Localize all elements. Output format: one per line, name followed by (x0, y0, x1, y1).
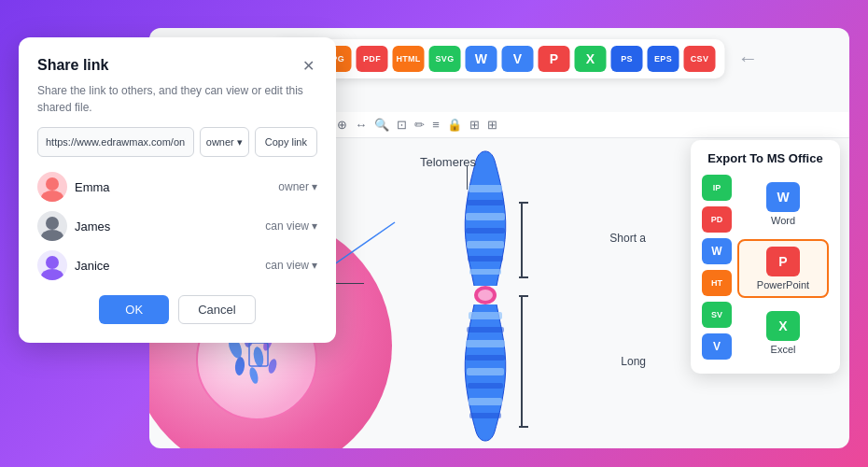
svg-point-2 (46, 217, 59, 230)
svg-point-5 (41, 269, 63, 280)
connection-icon[interactable]: ⊕ (337, 118, 347, 132)
v-icon[interactable]: V (702, 333, 732, 360)
svg-rect-16 (466, 213, 505, 220)
svg-rect-30 (469, 413, 501, 418)
w-icon[interactable]: W (702, 238, 732, 264)
export-right-items: W Word P PowerPoint X Excel (737, 175, 829, 362)
word-export-item[interactable]: W Word (737, 175, 829, 234)
excel-label: Excel (771, 344, 796, 355)
close-button[interactable]: ✕ (299, 56, 317, 75)
pen-icon[interactable]: ✏ (414, 118, 425, 132)
chevron-down-icon: ▾ (312, 180, 317, 193)
more-icon[interactable]: ⊞ (487, 118, 497, 132)
ht-icon[interactable]: HT (702, 270, 732, 296)
chromosome-diagram (392, 148, 579, 448)
long-arm-bracket (521, 295, 523, 426)
user-row: James can view ▾ (37, 211, 317, 241)
short-arm-label: Short a (609, 232, 646, 245)
svg-rect-18 (467, 241, 504, 248)
share-link-dialog: Share link ✕ Share the link to others, a… (19, 37, 336, 343)
dialog-header: Share link ✕ (37, 56, 317, 75)
arrow-indicator: ← (738, 47, 759, 71)
visio-button[interactable]: V (502, 46, 534, 72)
user-list: Emma owner ▾ James can view ▾ (37, 172, 317, 280)
sv-icon[interactable]: SV (702, 302, 732, 328)
svg-point-22 (478, 290, 493, 301)
frame-icon[interactable]: ⊞ (469, 118, 480, 132)
svg-point-3 (41, 230, 63, 241)
word-button[interactable]: W (466, 46, 497, 72)
dialog-title: Share link (37, 57, 108, 74)
svg-rect-26 (466, 355, 505, 361)
avatar (37, 250, 67, 280)
permission-select[interactable]: owner ▾ (200, 127, 249, 157)
csv-button[interactable]: CSV (684, 46, 716, 72)
excel-button[interactable]: X (575, 46, 607, 72)
arrow-icon[interactable]: ↔ (355, 118, 367, 132)
svg-rect-17 (466, 228, 505, 234)
export-panel: Export To MS Office IP PD W HT SV V W Wo… (691, 140, 840, 374)
user-name: James (75, 219, 110, 234)
pdf-button[interactable]: PDF (357, 46, 388, 72)
long-arm-bracket-top (519, 295, 528, 297)
short-arm-bracket-top (519, 202, 528, 204)
svg-point-1 (41, 191, 63, 202)
eps-button[interactable]: EPS (648, 46, 679, 72)
svg-rect-27 (467, 368, 504, 375)
dialog-actions: OK Cancel (37, 295, 317, 324)
user-role-select[interactable]: owner ▾ (278, 180, 317, 193)
format-toolbar: TIFF JPG PDF HTML SVG W V P X PS EPS CSV… (274, 39, 725, 78)
powerpoint-button[interactable]: P (539, 46, 570, 72)
user-info: Emma (37, 172, 110, 202)
chevron-down-icon: ▾ (312, 219, 317, 233)
user-name: Emma (75, 180, 110, 194)
link-input[interactable] (37, 127, 194, 157)
short-arm-bracket (521, 202, 523, 276)
permission-label: owner (206, 136, 234, 148)
dialog-description: Share the link to others, and they can v… (37, 82, 317, 116)
ip-icon[interactable]: IP (702, 175, 732, 201)
avatar (37, 172, 67, 202)
svg-rect-29 (469, 398, 502, 405)
svg-rect-28 (468, 383, 503, 389)
svg-rect-14 (469, 185, 502, 192)
svg-rect-19 (468, 256, 503, 262)
link-row: owner ▾ Copy link (37, 127, 317, 157)
user-row: Emma owner ▾ (37, 172, 317, 202)
svg-point-8 (252, 346, 265, 367)
user-role-select[interactable]: can view ▾ (265, 219, 317, 233)
export-panel-title: Export To MS Office (702, 151, 829, 165)
svg-rect-24 (467, 327, 504, 333)
export-left-icons: IP PD W HT SV V (702, 175, 732, 362)
long-arm-bracket-bottom (519, 426, 528, 428)
crop-icon[interactable]: ⊡ (397, 118, 407, 132)
html-button[interactable]: HTML (393, 46, 425, 72)
svg-rect-25 (466, 340, 505, 347)
powerpoint-export-item[interactable]: P PowerPoint (737, 239, 829, 298)
cancel-button[interactable]: Cancel (178, 295, 255, 324)
avatar (37, 211, 67, 241)
pd-icon[interactable]: PD (702, 206, 732, 233)
long-arm-label: Long (621, 355, 646, 368)
ps-button[interactable]: PS (611, 46, 643, 72)
short-arm-bracket-bottom (519, 276, 528, 278)
copy-link-button[interactable]: Copy link (255, 127, 317, 157)
svg-button[interactable]: SVG (429, 46, 461, 72)
word-label: Word (771, 215, 795, 226)
svg-point-12 (267, 358, 278, 375)
excel-export-item[interactable]: X Excel (737, 304, 829, 362)
user-info: Janice (37, 250, 110, 280)
chevron-down-icon: ▾ (237, 136, 243, 149)
user-role-select[interactable]: can view ▾ (265, 259, 317, 272)
svg-point-4 (46, 256, 59, 269)
svg-point-11 (248, 366, 259, 384)
ok-button[interactable]: OK (99, 295, 169, 324)
telomeres-line (467, 166, 468, 190)
zoom-icon[interactable]: 🔍 (374, 118, 389, 132)
user-name: Janice (75, 259, 110, 273)
svg-point-0 (46, 177, 59, 191)
word-icon: W (766, 182, 800, 212)
align-icon[interactable]: ≡ (432, 118, 440, 132)
lock-icon[interactable]: 🔒 (447, 118, 462, 132)
svg-rect-15 (467, 200, 504, 205)
